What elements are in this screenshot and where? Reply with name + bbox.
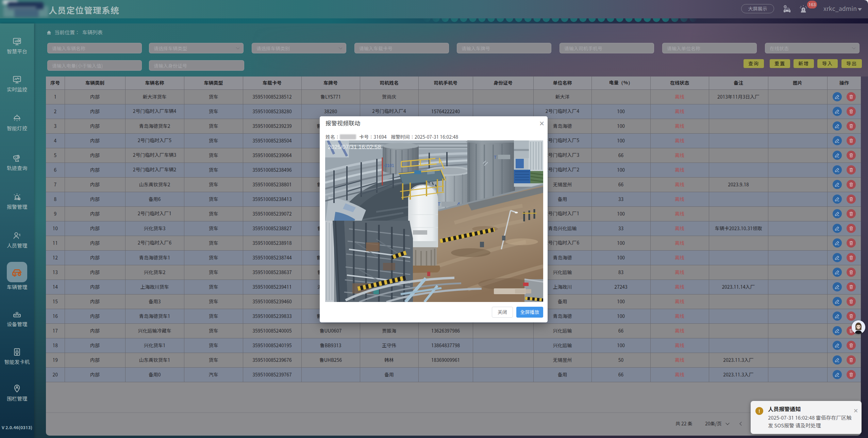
svg-text:2025/07/31 16:02:58: 2025/07/31 16:02:58 bbox=[328, 144, 381, 150]
svg-text:T: T bbox=[494, 155, 497, 160]
svg-text:-2101: -2101 bbox=[384, 163, 394, 168]
